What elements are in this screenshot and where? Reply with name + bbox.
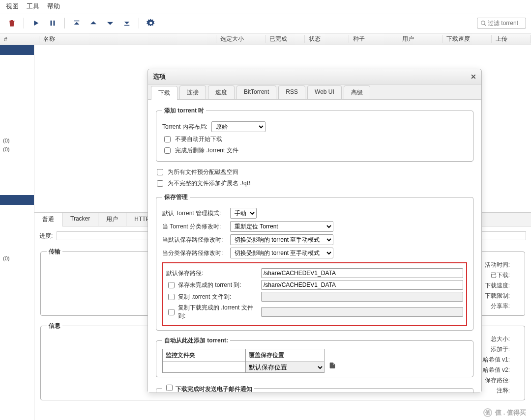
def-path-change-label: 当默认保存路径修改时: — [162, 236, 226, 244]
tab-peers[interactable]: 用户 — [98, 213, 126, 226]
torrent-search[interactable] — [477, 18, 526, 28]
override-loc-select[interactable]: 默认保存位置 — [246, 362, 324, 373]
override-loc-header: 覆盖保存位置 — [246, 349, 324, 362]
progress-label: 进度: — [39, 232, 53, 240]
options-tab-download[interactable]: 下载 — [151, 86, 177, 100]
col-ulspeed[interactable]: 上传 — [492, 35, 531, 43]
prealloc-checkbox[interactable] — [157, 169, 163, 175]
options-tab-rss[interactable]: RSS — [278, 85, 305, 99]
save-management-legend: 保存管理 — [162, 193, 190, 201]
pause-icon[interactable] — [46, 16, 59, 30]
col-done[interactable]: 已完成 — [266, 35, 305, 43]
toolbar — [0, 13, 531, 33]
cat-change-select[interactable]: 重新定位 Torrent — [230, 221, 333, 232]
col-status[interactable]: 状态 — [305, 35, 349, 43]
tab-general[interactable]: 普通 — [34, 213, 62, 226]
cat-path-change-label: 当分类保存路径修改时: — [162, 249, 226, 257]
sidebar-count-2[interactable]: (0) — [0, 145, 34, 154]
default-save-path-label: 默认保存路径: — [166, 269, 203, 278]
no-auto-start-checkbox[interactable] — [164, 136, 171, 142]
add-torrent-fieldset: 添加 torrent 时 Torrent 内容布局: 原始 不要自动开始下载 完… — [156, 107, 473, 162]
search-icon — [480, 20, 487, 27]
save-paths-highlight: 默认保存路径: 保存未完成的 torrent 到: 复制 .torrent 文件… — [162, 262, 467, 326]
tab-tracker[interactable]: Tracker — [62, 213, 98, 226]
col-seeds[interactable]: 种子 — [349, 35, 398, 43]
auto-add-legend: 自动从此处添加 torrent: — [162, 336, 230, 345]
copy-torrent-label: 复制 .torrent 文件到: — [178, 293, 231, 301]
copy-torrent-input[interactable] — [261, 292, 463, 302]
dialog-titlebar[interactable]: 选项 ✕ — [148, 69, 481, 84]
watch-folder-header: 监控文件夹 — [162, 349, 246, 362]
category-sidebar: (0) (0) (0) — [0, 45, 34, 420]
label-downloaded: 已下载: — [491, 271, 510, 280]
incomplete-path-label: 保存未完成的 torrent 到: — [178, 281, 241, 289]
default-save-path-input[interactable] — [261, 268, 463, 278]
incomplete-path-checkbox[interactable] — [168, 282, 175, 288]
label-save-path: 保存路径: — [485, 376, 510, 385]
info-legend: 信息 — [47, 322, 62, 330]
label-total-size: 总大小: — [491, 335, 510, 343]
save-management-fieldset: 保存管理 默认 Torrent 管理模式: 手动 当 Torrent 分类修改时… — [156, 193, 473, 331]
default-mode-select[interactable]: 手动 — [230, 208, 257, 219]
label-comment: 注释: — [497, 387, 510, 395]
sidebar-count-1[interactable]: (0) — [0, 136, 34, 145]
sidebar-selected-2[interactable] — [0, 195, 34, 205]
default-mode-label: 默认 Torrent 管理模式: — [162, 209, 226, 218]
col-peers[interactable]: 用户 — [398, 35, 442, 43]
transfer-legend: 传输 — [47, 248, 62, 256]
column-headers: # 名称 选定大小 已完成 状态 种子 用户 下载速度 上传 — [0, 33, 531, 45]
options-body[interactable]: 添加 torrent 时 Torrent 内容布局: 原始 不要自动开始下载 完… — [148, 100, 481, 392]
close-icon[interactable]: ✕ — [471, 73, 476, 81]
menu-view[interactable]: 视图 — [6, 2, 19, 11]
append-qb-checkbox[interactable] — [157, 180, 163, 187]
auto-add-fieldset: 自动从此处添加 torrent: 监控文件夹 覆盖保存位置 默认保存位置 — [156, 336, 473, 377]
delete-icon[interactable] — [5, 16, 19, 30]
add-torrent-legend: 添加 torrent 时 — [162, 107, 206, 115]
cat-change-label: 当 Torrent 分类修改时: — [162, 223, 226, 231]
copy-done-input[interactable] — [261, 307, 463, 317]
col-num[interactable]: # — [0, 36, 39, 43]
options-tab-advanced[interactable]: 高级 — [344, 85, 370, 99]
sidebar-selected-1[interactable] — [0, 45, 34, 55]
delete-torrent-checkbox[interactable] — [164, 147, 171, 154]
move-bottom-icon[interactable] — [120, 16, 134, 30]
prealloc-label: 为所有文件预分配磁盘空间 — [168, 168, 238, 176]
content-layout-select[interactable]: 原始 — [211, 121, 266, 132]
add-folder-icon[interactable] — [328, 362, 336, 369]
label-share-ratio: 分享率: — [491, 302, 510, 310]
sidebar-count-3[interactable]: (0) — [0, 254, 34, 263]
menubar: 视图 工具 帮助 — [0, 0, 531, 13]
def-path-change-select[interactable]: 切换受影响的 torrent 至手动模式 — [230, 234, 333, 245]
watermark: 值 值 . 值得买 — [483, 408, 526, 417]
copy-done-checkbox[interactable] — [168, 309, 175, 315]
options-tab-bittorrent[interactable]: BitTorrent — [236, 85, 276, 99]
col-name[interactable]: 名称 — [39, 35, 216, 43]
watch-folder-input[interactable] — [162, 362, 246, 373]
options-tab-connection[interactable]: 连接 — [179, 85, 206, 99]
col-dlspeed[interactable]: 下载速度 — [442, 35, 492, 43]
options-tabs: 下载 连接 速度 BitTorrent RSS Web UI 高级 — [148, 84, 481, 100]
email-enable-checkbox[interactable] — [166, 385, 173, 391]
append-qb-label: 为不完整的文件添加扩展名 .!qB — [168, 179, 251, 188]
menu-tools[interactable]: 工具 — [27, 2, 39, 11]
gear-icon[interactable] — [144, 16, 158, 30]
play-icon[interactable] — [29, 16, 43, 30]
cat-path-change-select[interactable]: 切换受影响的 torrent 至手动模式 — [230, 248, 333, 258]
incomplete-path-input[interactable] — [261, 280, 463, 290]
move-top-icon[interactable] — [70, 16, 84, 30]
options-dialog: 选项 ✕ 下载 连接 速度 BitTorrent RSS Web UI 高级 添… — [148, 69, 482, 393]
search-input[interactable] — [487, 19, 521, 27]
menu-help[interactable]: 帮助 — [47, 2, 60, 11]
label-dl-speed: 下载速度: — [485, 281, 510, 290]
move-down-icon[interactable] — [103, 16, 117, 30]
content-layout-label: Torrent 内容布局: — [162, 123, 207, 131]
label-active-time: 活动时间: — [485, 261, 510, 269]
copy-torrent-checkbox[interactable] — [168, 294, 175, 300]
options-tab-webui[interactable]: Web UI — [307, 85, 342, 99]
col-size[interactable]: 选定大小 — [216, 35, 266, 43]
email-fieldset: 下载完成时发送电子邮件通知 从: 到: SMTP 服务器: 该服务器需要安全链接… — [156, 383, 473, 392]
move-up-icon[interactable] — [87, 16, 100, 30]
email-legend: 下载完成时发送电子邮件通知 — [176, 386, 252, 392]
options-tab-speed[interactable]: 速度 — [208, 85, 235, 99]
copy-done-label: 复制下载完成的 .torrent 文件到: — [178, 304, 257, 320]
